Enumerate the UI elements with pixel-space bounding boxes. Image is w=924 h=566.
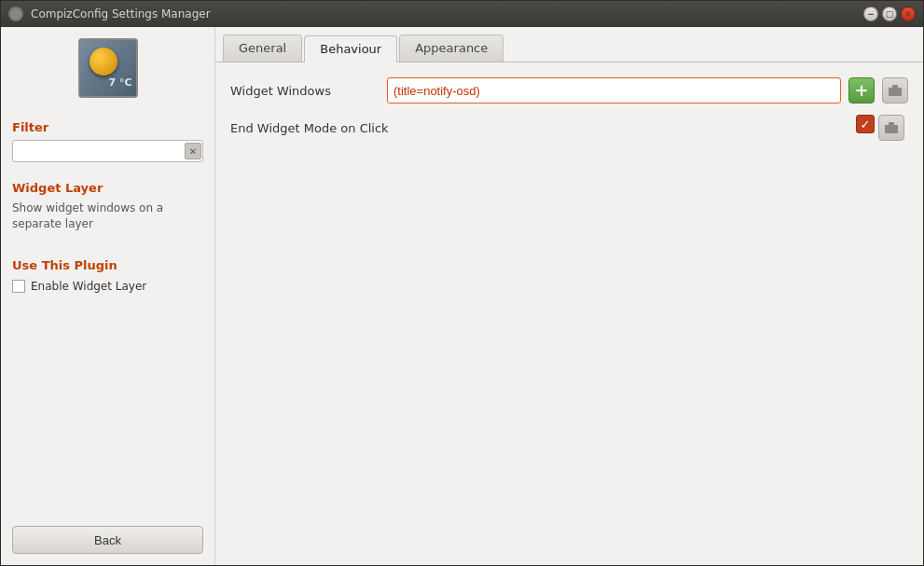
delete-icon <box>889 85 902 96</box>
filter-input[interactable] <box>12 140 203 162</box>
plugin-icon: 7 °C <box>78 38 138 98</box>
enable-checkbox[interactable] <box>12 280 25 293</box>
minimize-button[interactable]: − <box>863 7 878 21</box>
svg-rect-1 <box>892 85 898 89</box>
enable-label: Enable Widget Layer <box>31 280 146 293</box>
end-widget-row: End Widget Mode on Click ✓ <box>230 115 908 141</box>
sidebar: 7 °C Filter ✕ Widget Layer Show widget w… <box>1 27 215 565</box>
use-plugin-title: Use This Plugin <box>12 258 203 272</box>
close-button[interactable]: ✕ <box>901 7 916 21</box>
content-area: 7 °C Filter ✕ Widget Layer Show widget w… <box>1 27 923 565</box>
add-button[interactable]: + <box>848 77 875 104</box>
filter-section-title: Filter <box>12 120 203 134</box>
svg-rect-2 <box>885 125 898 133</box>
tab-appearance-label: Appearance <box>415 41 488 55</box>
widget-layer-title: Widget Layer <box>12 181 203 195</box>
delete-button[interactable] <box>882 77 908 104</box>
main-panel: General Behaviour Appearance Widget Wind… <box>215 27 923 565</box>
tab-behaviour[interactable]: Behaviour <box>304 35 397 62</box>
back-button[interactable]: Back <box>12 526 203 554</box>
tab-content-behaviour: Widget Windows + End Widget Mode on Clic… <box>215 62 923 565</box>
window-controls: − □ ✕ <box>863 7 916 21</box>
main-window: CompizConfig Settings Manager − □ ✕ 7 °C… <box>0 0 924 566</box>
checkmark-icon: ✓ <box>861 118 871 131</box>
plugin-icon-temp: 7 °C <box>108 76 131 89</box>
end-widget-checkbox[interactable]: ✓ <box>856 115 875 133</box>
end-widget-delete-button[interactable] <box>878 115 904 141</box>
sidebar-spacer <box>12 293 203 515</box>
end-widget-controls: ✓ <box>856 115 904 141</box>
widget-layer-description: Show widget windows on a separate layer <box>12 200 203 232</box>
window-title: CompizConfig Settings Manager <box>31 7 863 21</box>
widget-windows-label: Widget Windows <box>230 84 379 98</box>
widget-windows-row: Widget Windows + <box>230 77 908 104</box>
filter-clear-button[interactable]: ✕ <box>185 143 201 159</box>
maximize-button[interactable]: □ <box>882 7 897 21</box>
back-btn-wrapper: Back <box>12 515 203 554</box>
tab-general[interactable]: General <box>223 35 302 62</box>
tab-behaviour-label: Behaviour <box>320 42 381 56</box>
tab-appearance[interactable]: Appearance <box>399 35 503 62</box>
filter-wrapper: ✕ <box>12 140 203 162</box>
end-widget-label: End Widget Mode on Click <box>230 121 389 135</box>
tab-general-label: General <box>239 41 286 55</box>
plugin-icon-circle <box>90 48 117 76</box>
enable-row: Enable Widget Layer <box>12 280 203 293</box>
end-widget-delete-icon <box>885 122 898 133</box>
tabs-row: General Behaviour Appearance <box>215 27 923 62</box>
use-plugin-section: Use This Plugin Enable Widget Layer <box>12 247 203 293</box>
svg-rect-0 <box>889 88 902 96</box>
widget-windows-input[interactable] <box>387 77 841 104</box>
svg-rect-3 <box>889 122 894 126</box>
plugin-icon-inner: 7 °C <box>80 40 136 96</box>
titlebar: CompizConfig Settings Manager − □ ✕ <box>1 1 923 27</box>
app-icon <box>8 7 23 21</box>
widget-layer-section: Widget Layer Show widget windows on a se… <box>12 170 203 232</box>
